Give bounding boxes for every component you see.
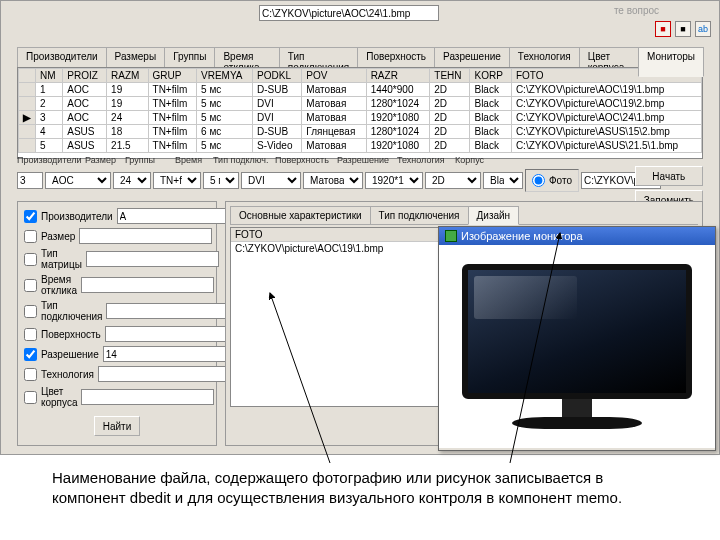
filter-id[interactable] <box>17 172 43 189</box>
detail-tab-2[interactable]: Дизайн <box>468 206 520 225</box>
col-header[interactable]: TEHN <box>430 69 470 83</box>
table-row[interactable]: 1AOC19TN+film5 мсD-SUBМатовая1440*9002DB… <box>19 83 702 97</box>
check-row-1: Размер <box>24 228 210 244</box>
image-window-title: Изображение монитора <box>461 230 583 242</box>
check-7[interactable] <box>24 368 37 381</box>
check-value-5[interactable] <box>105 326 238 342</box>
check-2[interactable] <box>24 253 37 266</box>
help-hint: те вопрос <box>614 5 659 16</box>
check-5[interactable] <box>24 328 37 341</box>
col-header[interactable]: PODKL <box>253 69 302 83</box>
check-label: Размер <box>41 231 75 242</box>
check-6[interactable] <box>24 348 37 361</box>
top-path-field[interactable] <box>259 5 439 21</box>
check-8[interactable] <box>24 391 37 404</box>
check-0[interactable] <box>24 210 37 223</box>
check-3[interactable] <box>24 279 37 292</box>
check-1[interactable] <box>24 230 37 243</box>
check-value-4[interactable] <box>106 303 239 319</box>
col-header[interactable]: VREMYA <box>197 69 253 83</box>
filter-select-4[interactable]: DVI <box>241 172 301 189</box>
find-button[interactable]: Найти <box>94 416 141 436</box>
window-icon <box>445 230 457 242</box>
check-value-3[interactable] <box>81 277 214 293</box>
data-grid-wrap: NMPROIZRAZMGRUPVREMYAPODKLPOVRAZRTEHNKOR… <box>17 67 703 159</box>
check-label: Время отклика <box>41 274 77 296</box>
monitor-preview <box>439 245 715 448</box>
check-label: Разрешение <box>41 349 99 360</box>
table-row[interactable]: 5ASUS21.5TN+film5 мсS-VideoМатовая1920*1… <box>19 139 702 153</box>
check-label: Технология <box>41 369 94 380</box>
filter-select-3[interactable]: 5 мс <box>203 172 239 189</box>
filter-select-5[interactable]: Матовая <box>303 172 363 189</box>
col-header[interactable]: PROIZ <box>63 69 107 83</box>
filter-select-6[interactable]: 1920*10 <box>365 172 423 189</box>
toolbar-icon-2[interactable]: ■ <box>675 21 691 37</box>
tab-9[interactable]: Мониторы <box>638 47 704 77</box>
table-row[interactable]: ▶3AOC24TN+film5 мсDVIМатовая1920*10802DB… <box>19 111 702 125</box>
check-row-6: Разрешение <box>24 346 210 362</box>
check-4[interactable] <box>24 305 37 318</box>
image-window-titlebar[interactable]: Изображение монитора <box>439 227 715 245</box>
check-label: Тип матрицы <box>41 248 82 270</box>
caption-text: Наименование файла, содержащего фотограф… <box>52 468 680 509</box>
check-value-8[interactable] <box>81 389 214 405</box>
top-path-field-wrap <box>259 5 439 21</box>
toolbar-icon-1[interactable]: ■ <box>655 21 671 37</box>
filter-select-7[interactable]: 2D <box>425 172 481 189</box>
check-row-5: Поверхность <box>24 326 210 342</box>
data-grid[interactable]: NMPROIZRAZMGRUPVREMYAPODKLPOVRAZRTEHNKOR… <box>18 68 702 153</box>
col-header[interactable]: NM <box>36 69 63 83</box>
check-row-8: Цвет корпуса <box>24 386 210 408</box>
table-row[interactable]: 4ASUS18TN+film6 мсD-SUBГлянцевая1280*102… <box>19 125 702 139</box>
detail-tab-0[interactable]: Основные характеристики <box>230 206 371 224</box>
col-header[interactable]: RAZM <box>107 69 148 83</box>
check-value-2[interactable] <box>86 251 219 267</box>
check-label: Тип подключения <box>41 300 102 322</box>
detail-tab-1[interactable]: Тип подключения <box>370 206 469 224</box>
check-label: Производители <box>41 211 113 222</box>
filter-row: ПроизводителиРазмерГруппыВремяТип подклю… <box>17 169 703 192</box>
toolbar-icon-3[interactable]: ab <box>695 21 711 37</box>
detail-tabs: Основные характеристикиТип подключенияДи… <box>230 206 698 225</box>
check-label: Цвет корпуса <box>41 386 77 408</box>
col-header[interactable]: KORP <box>470 69 511 83</box>
col-header[interactable]: POV <box>302 69 366 83</box>
filter-select-0[interactable]: AOC <box>45 172 111 189</box>
check-row-7: Технология <box>24 366 210 382</box>
start-button[interactable]: Начать <box>635 166 703 186</box>
photo-radio[interactable] <box>532 172 545 189</box>
col-header[interactable]: GRUP <box>148 69 197 83</box>
table-row[interactable]: 2AOC19TN+film5 мсDVIМатовая1280*10242DBl… <box>19 97 702 111</box>
monitor-image <box>462 264 692 429</box>
toolbar-icons: ■ ■ ab <box>655 21 711 37</box>
filter-check-panel: ПроизводителиРазмерТип матрицыВремя откл… <box>17 201 217 446</box>
filter-select-8[interactable]: Black <box>483 172 523 189</box>
check-label: Поверхность <box>41 329 101 340</box>
filter-select-1[interactable]: 24 <box>113 172 151 189</box>
check-value-6[interactable] <box>103 346 236 362</box>
check-row-3: Время отклика <box>24 274 210 296</box>
filter-select-2[interactable]: TN+film <box>153 172 201 189</box>
check-row-4: Тип подключения <box>24 300 210 322</box>
check-row-2: Тип матрицы <box>24 248 210 270</box>
col-header[interactable]: RAZR <box>366 69 430 83</box>
image-preview-window[interactable]: Изображение монитора <box>438 226 716 451</box>
check-value-7[interactable] <box>98 366 231 382</box>
photo-radio-group[interactable]: Фото <box>525 169 579 192</box>
check-row-0: Производители <box>24 208 210 224</box>
check-value-1[interactable] <box>79 228 212 244</box>
